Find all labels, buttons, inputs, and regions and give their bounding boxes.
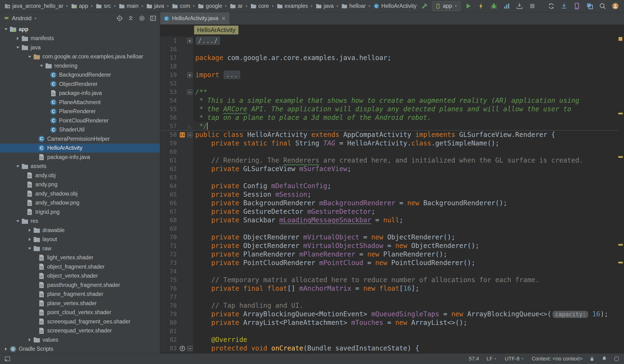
breadcrumb-item[interactable]: examples xyxy=(276,2,309,10)
tree-item-package-info-java[interactable]: package-info.java xyxy=(0,153,160,162)
run-config-selector[interactable]: app xyxy=(432,1,461,11)
breadcrumb-item[interactable]: app xyxy=(70,2,89,10)
breadcrumb-item[interactable]: helloar xyxy=(340,2,367,10)
breadcrumb-item[interactable]: ar xyxy=(229,2,244,10)
settings-gear-button[interactable] xyxy=(138,15,145,22)
file-status-indicator[interactable] xyxy=(619,37,622,41)
tree-item-app[interactable]: app xyxy=(0,25,160,34)
tree-item-object-vertex-shader[interactable]: object_vertex.shader xyxy=(0,271,160,281)
debug-bug-button[interactable] xyxy=(488,1,499,11)
sdk-download-button[interactable] xyxy=(559,1,570,11)
tree-item-screenquad-fragment-oes-shader[interactable]: screenquad_fragment_oes.shader xyxy=(0,317,160,326)
project-view-selector[interactable]: Android xyxy=(3,15,37,22)
tree-item-shaderutil[interactable]: CShaderUtil xyxy=(0,125,160,134)
tree-item-planerenderer[interactable]: CPlaneRenderer xyxy=(0,107,160,116)
hide-panel-button[interactable] xyxy=(150,15,156,22)
tree-item-manifests[interactable]: manifests xyxy=(0,34,160,43)
breadcrumb-item[interactable]: CHelloArActivity xyxy=(372,2,417,10)
tree-item-andy-shadow-obj[interactable]: andy_shadow.obj xyxy=(0,189,160,198)
collapse-all-button[interactable] xyxy=(127,15,134,22)
tree-item-layout[interactable]: layout xyxy=(0,235,160,244)
override-gutter-icon[interactable] xyxy=(179,345,185,352)
search-button[interactable] xyxy=(597,1,608,11)
run-play-button[interactable] xyxy=(463,1,474,11)
fold-collapse-marker[interactable]: − xyxy=(187,89,192,95)
stop-button[interactable] xyxy=(527,1,538,11)
breadcrumb-item[interactable]: java_arcore_hello_ar xyxy=(3,2,65,10)
tree-item-andy-png[interactable]: andy.png xyxy=(0,180,160,189)
caret-position-indicator[interactable]: 57:4 xyxy=(469,356,479,362)
tree-item-com-google-ar-core-examples-java-helloar[interactable]: com.google.ar.core.examples.java.helloar xyxy=(0,52,160,61)
code-editor[interactable]: 1+/.../1617package com.google.ar.core.ex… xyxy=(160,35,624,353)
tree-item-light-vertex-shader[interactable]: light_vertex.shader xyxy=(0,253,160,262)
tree-expand-arrow-icon[interactable] xyxy=(26,337,33,343)
breadcrumb-item[interactable]: src xyxy=(95,2,112,10)
breadcrumb-item[interactable]: java xyxy=(315,2,335,10)
tree-item-pointcloudrenderer[interactable]: CPointCloudRenderer xyxy=(0,116,160,125)
avd-device-button[interactable] xyxy=(571,1,582,11)
tree-item-trigrid-png[interactable]: trigrid.png xyxy=(0,208,160,217)
tree-item-object-fragment-shader[interactable]: object_fragment.shader xyxy=(0,262,160,271)
warning-stripe-mark[interactable] xyxy=(618,113,623,114)
tree-expand-arrow-icon[interactable] xyxy=(26,227,33,233)
tree-collapse-arrow-icon[interactable] xyxy=(14,218,21,224)
tree-collapse-arrow-icon[interactable] xyxy=(2,26,9,32)
tree-item-backgroundrenderer[interactable]: CBackgroundRenderer xyxy=(0,71,160,80)
fold-collapse-marker[interactable]: − xyxy=(187,346,192,351)
build-hammer-button[interactable] xyxy=(419,1,430,11)
warning-stripe-mark[interactable] xyxy=(618,262,623,263)
tab-close-icon[interactable]: × xyxy=(222,15,225,22)
fold-expand-marker[interactable]: + xyxy=(187,72,192,78)
notifications-bell-icon[interactable] xyxy=(601,356,607,362)
tree-item-planeattachment[interactable]: CPlaneAttachment xyxy=(0,98,160,107)
tree-collapse-arrow-icon[interactable] xyxy=(26,54,33,60)
assistant-button[interactable] xyxy=(610,1,621,11)
tree-item-plane-vertex-shader[interactable]: plane_vertex.shader xyxy=(0,299,160,308)
attach-debugger-button[interactable] xyxy=(514,1,525,11)
warning-stripe-mark[interactable] xyxy=(618,156,623,158)
tree-item-passthrough-fragment-shader[interactable]: passthrough_fragment.shader xyxy=(0,281,160,290)
tree-item-gradle-scripts[interactable]: GGradle Scripts xyxy=(0,344,160,354)
layout-inspector-button[interactable] xyxy=(584,1,595,11)
breadcrumb-item[interactable]: core xyxy=(249,2,270,10)
tree-item-camerapermissionhelper[interactable]: CCameraPermissionHelper xyxy=(0,134,160,144)
context-indicator[interactable]: Context: <no context> xyxy=(532,356,583,362)
tree-item-objectrenderer[interactable]: CObjectRenderer xyxy=(0,79,160,89)
fold-expand-marker[interactable]: + xyxy=(187,38,192,43)
breadcrumb-item[interactable]: com xyxy=(171,2,191,10)
encoding-indicator[interactable]: UTF-8 xyxy=(505,356,524,362)
breadcrumb-item[interactable]: google xyxy=(197,2,223,10)
fold-collapse-marker[interactable]: − xyxy=(187,132,192,137)
memory-indicator-icon[interactable] xyxy=(614,356,620,362)
tree-expand-arrow-icon[interactable] xyxy=(14,36,21,41)
fold-end-marker[interactable] xyxy=(188,125,191,128)
breadcrumb-class-chip[interactable]: HelloArActivity xyxy=(194,26,238,34)
tree-item-java[interactable]: java xyxy=(0,43,160,52)
tree-item-package-info-java[interactable]: package-info.java xyxy=(0,89,160,98)
tree-collapse-arrow-icon[interactable] xyxy=(38,63,45,69)
tree-expand-arrow-icon[interactable] xyxy=(26,236,33,242)
tree-collapse-arrow-icon[interactable] xyxy=(26,246,33,251)
tree-item-rendering[interactable]: rendering xyxy=(0,61,160,71)
tree-item-screenquad-vertex-shader[interactable]: screenquad_vertex.shader xyxy=(0,326,160,336)
tree-item-point-cloud-vertex-shader[interactable]: point_cloud_vertex.shader xyxy=(0,308,160,317)
tree-item-andy-shadow-png[interactable]: andy_shadow.png xyxy=(0,198,160,208)
warning-stripe-mark[interactable] xyxy=(618,244,623,246)
tree-collapse-arrow-icon[interactable] xyxy=(14,163,21,169)
line-separator-indicator[interactable]: LF xyxy=(487,356,497,362)
tree-item-plane-fragment-shader[interactable]: plane_fragment.shader xyxy=(0,290,160,299)
tree-item-res[interactable]: res xyxy=(0,217,160,226)
tool-window-toggle-icon[interactable] xyxy=(4,356,11,362)
tree-item-assets[interactable]: assets xyxy=(0,162,160,171)
profiler-button[interactable] xyxy=(501,1,512,11)
tree-item-helloaractivity[interactable]: CHelloArActivity xyxy=(0,144,160,153)
editor-tab[interactable]: C HelloArActivity.java × xyxy=(160,12,230,25)
readonly-lock-icon[interactable] xyxy=(589,356,595,362)
tree-collapse-arrow-icon[interactable] xyxy=(14,45,21,50)
locate-button[interactable] xyxy=(116,15,123,22)
class-marker-gutter-icon[interactable] xyxy=(179,132,185,138)
tree-item-andy-obj[interactable]: andy.obj xyxy=(0,171,160,180)
tree-item-drawable[interactable]: drawable xyxy=(0,226,160,235)
tree-expand-arrow-icon[interactable] xyxy=(2,346,9,352)
tree-item-raw[interactable]: raw xyxy=(0,244,160,253)
